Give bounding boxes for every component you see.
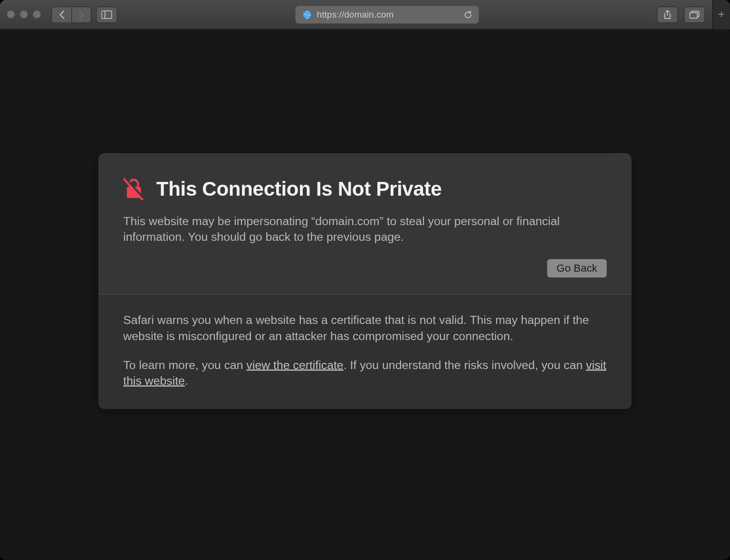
address-bar[interactable]: https://domain.com <box>296 6 479 23</box>
nav-buttons <box>51 6 91 23</box>
chevron-left-icon <box>58 9 65 19</box>
reload-button[interactable] <box>463 9 473 19</box>
svg-rect-0 <box>102 10 112 18</box>
back-button[interactable] <box>51 6 71 23</box>
new-tab-button[interactable]: + <box>712 0 730 29</box>
chevron-right-icon <box>78 9 85 19</box>
maximize-window-button[interactable] <box>33 10 40 18</box>
tabs-button[interactable] <box>684 6 705 23</box>
plus-icon: + <box>718 8 725 21</box>
warning-info-1: Safari warns you when a website has a ce… <box>123 313 606 344</box>
minimize-window-button[interactable] <box>20 10 28 18</box>
site-icon <box>303 9 312 19</box>
lock-warning-icon <box>123 177 144 200</box>
share-button[interactable] <box>657 6 678 23</box>
forward-button[interactable] <box>71 6 91 23</box>
page-content: This Connection Is Not Private This webs… <box>0 29 730 560</box>
warning-description: This website may be impersonating “domai… <box>123 213 606 245</box>
reload-icon <box>463 9 473 19</box>
sidebar-button[interactable] <box>96 6 117 23</box>
browser-window: https://domain.com + <box>0 0 730 560</box>
warning-info-2: To learn more, you can view the certific… <box>123 357 606 389</box>
go-back-button[interactable]: Go Back <box>547 259 606 277</box>
close-window-button[interactable] <box>7 10 15 18</box>
window-controls <box>7 10 41 18</box>
tabs-icon <box>689 10 700 19</box>
view-certificate-link[interactable]: view the certificate <box>247 358 344 371</box>
warning-panel: This Connection Is Not Private This webs… <box>98 153 632 409</box>
sidebar-icon <box>101 10 112 19</box>
url-text: https://domain.com <box>317 9 394 19</box>
svg-rect-4 <box>690 12 697 18</box>
share-icon <box>663 9 672 19</box>
toolbar: https://domain.com + <box>0 0 730 29</box>
warning-title: This Connection Is Not Private <box>156 177 442 200</box>
